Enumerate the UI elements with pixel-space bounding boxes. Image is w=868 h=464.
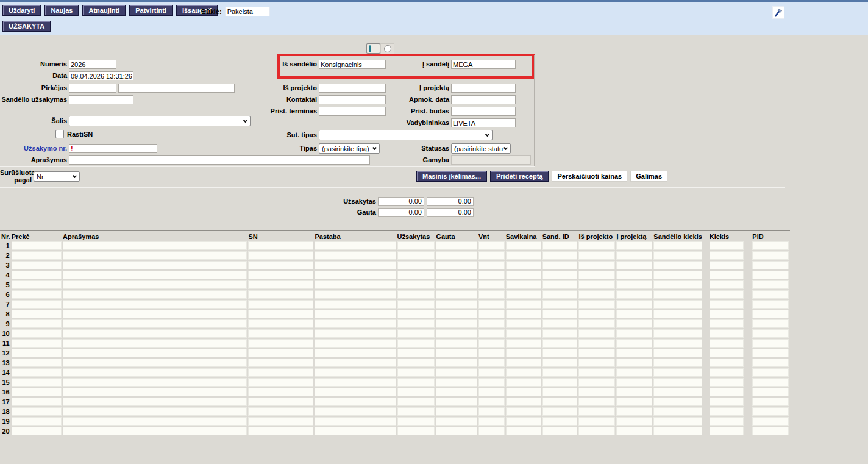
table-cell[interactable]: [578, 271, 615, 279]
table-cell[interactable]: [248, 417, 313, 426]
column-header[interactable]: Prekė: [12, 232, 62, 240]
table-cell[interactable]: [63, 280, 247, 289]
prist-terminas-input[interactable]: [319, 107, 386, 116]
column-header[interactable]: Kiekis: [710, 232, 744, 240]
table-cell[interactable]: [12, 359, 62, 367]
table-cell[interactable]: [752, 349, 789, 357]
i-projekta-input[interactable]: [451, 84, 516, 93]
table-cell[interactable]: [506, 398, 541, 406]
status-input[interactable]: [225, 7, 270, 16]
table-cell[interactable]: [315, 378, 396, 387]
table-cell[interactable]: [63, 290, 247, 299]
table-cell[interactable]: [616, 388, 652, 396]
action-button-3[interactable]: Perskaičiuoti kainas: [552, 171, 627, 182]
table-cell[interactable]: [315, 261, 396, 269]
table-cell[interactable]: [12, 241, 62, 250]
table-cell[interactable]: [63, 349, 247, 357]
statusas-select[interactable]: (pasirinkite statu: [451, 143, 511, 154]
table-cell[interactable]: [578, 359, 615, 367]
table-cell[interactable]: [542, 368, 578, 377]
table-cell[interactable]: [710, 417, 744, 426]
table-cell[interactable]: [12, 378, 62, 387]
table-cell[interactable]: [578, 329, 615, 338]
table-cell[interactable]: [397, 310, 435, 318]
table-cell[interactable]: [12, 261, 62, 269]
table-cell[interactable]: [616, 427, 652, 435]
table-cell[interactable]: [63, 427, 247, 435]
table-cell[interactable]: [653, 359, 702, 367]
table-cell[interactable]: [397, 261, 435, 269]
table-cell[interactable]: [578, 417, 615, 426]
table-cell[interactable]: [616, 378, 652, 387]
table-cell[interactable]: [578, 349, 615, 357]
column-header[interactable]: Į projektą: [616, 232, 652, 240]
table-cell[interactable]: [752, 280, 789, 289]
table-cell[interactable]: [542, 271, 578, 279]
prist-budas-input[interactable]: [451, 107, 516, 116]
table-cell[interactable]: [653, 310, 702, 318]
column-header[interactable]: Pastaba: [315, 232, 396, 240]
view-radio-3[interactable]: [380, 43, 394, 54]
table-cell[interactable]: [616, 349, 652, 357]
table-cell[interactable]: [436, 407, 477, 416]
pirkejas-name-input[interactable]: [118, 84, 235, 93]
table-cell[interactable]: [315, 359, 396, 367]
kontaktai-input[interactable]: [319, 95, 386, 104]
table-cell[interactable]: [616, 290, 652, 299]
table-cell[interactable]: [63, 398, 247, 406]
sut-tipas-select[interactable]: [319, 130, 493, 140]
table-cell[interactable]: [578, 427, 615, 435]
table-cell[interactable]: [248, 359, 313, 367]
table-cell[interactable]: [478, 300, 505, 309]
table-cell[interactable]: [436, 271, 477, 279]
table-cell[interactable]: [478, 329, 505, 338]
table-cell[interactable]: [315, 241, 396, 250]
table-cell[interactable]: [12, 271, 62, 279]
column-header[interactable]: Aprašymas: [63, 232, 247, 240]
aprasymas-input[interactable]: [69, 155, 370, 165]
table-cell[interactable]: [578, 280, 615, 289]
table-cell[interactable]: [248, 388, 313, 396]
table-cell[interactable]: [248, 241, 313, 250]
table-cell[interactable]: [397, 349, 435, 357]
table-cell[interactable]: [710, 271, 744, 279]
numeris-input[interactable]: [69, 60, 116, 69]
table-cell[interactable]: [653, 349, 702, 357]
table-cell[interactable]: [506, 407, 541, 416]
table-cell[interactable]: [436, 349, 477, 357]
table-cell[interactable]: [506, 300, 541, 309]
table-cell[interactable]: [315, 319, 396, 328]
table-cell[interactable]: [653, 339, 702, 348]
table-cell[interactable]: [478, 280, 505, 289]
table-cell[interactable]: [315, 368, 396, 377]
table-cell[interactable]: [248, 339, 313, 348]
column-header[interactable]: Savikaina: [506, 232, 541, 240]
table-cell[interactable]: [653, 407, 702, 416]
table-cell[interactable]: [12, 398, 62, 406]
table-cell[interactable]: [752, 251, 789, 260]
table-cell[interactable]: [506, 280, 541, 289]
table-cell[interactable]: [397, 241, 435, 250]
table-cell[interactable]: [752, 241, 789, 250]
table-cell[interactable]: [12, 300, 62, 309]
doc-type-button[interactable]: UŽSAKYTA: [2, 21, 51, 32]
table-cell[interactable]: [653, 329, 702, 338]
table-cell[interactable]: [578, 261, 615, 269]
table-cell[interactable]: [542, 329, 578, 338]
table-cell[interactable]: [752, 378, 789, 387]
table-cell[interactable]: [542, 388, 578, 396]
table-cell[interactable]: [315, 271, 396, 279]
table-cell[interactable]: [12, 388, 62, 396]
table-cell[interactable]: [653, 388, 702, 396]
table-cell[interactable]: [397, 378, 435, 387]
table-cell[interactable]: [542, 300, 578, 309]
table-cell[interactable]: [12, 251, 62, 260]
table-cell[interactable]: [63, 417, 247, 426]
tipas-select[interactable]: (pasirinkite tipą): [319, 143, 380, 154]
table-cell[interactable]: [506, 251, 541, 260]
table-cell[interactable]: [436, 359, 477, 367]
table-cell[interactable]: [710, 339, 744, 348]
table-cell[interactable]: [506, 378, 541, 387]
table-cell[interactable]: [478, 368, 505, 377]
table-cell[interactable]: [436, 261, 477, 269]
